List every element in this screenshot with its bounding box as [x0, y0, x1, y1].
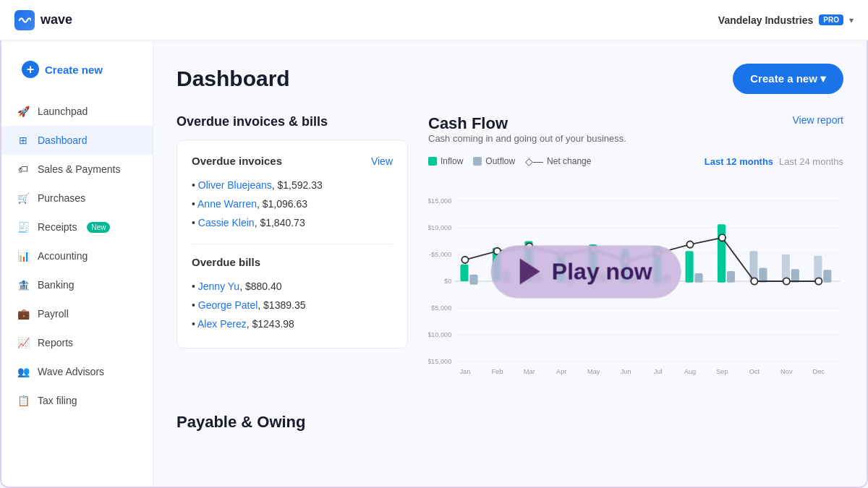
- sales-icon: 🏷: [16, 162, 30, 176]
- view-report-link[interactable]: View report: [792, 114, 843, 126]
- tax-icon: 📋: [16, 393, 30, 408]
- cashflow-title: Cash Flow: [428, 114, 626, 133]
- svg-rect-31: [727, 271, 735, 283]
- invoice-name-1[interactable]: Oliver Bluejeans: [198, 179, 272, 191]
- accounting-icon: 📊: [16, 249, 30, 263]
- sidebar-label-purchases: Purchases: [38, 192, 85, 204]
- sidebar-label-banking: Banking: [38, 279, 75, 291]
- view-invoices-link[interactable]: View: [371, 155, 393, 167]
- svg-text:-$5,000: -$5,000: [429, 251, 451, 258]
- svg-text:May: May: [587, 368, 600, 375]
- sidebar-item-reports[interactable]: 📈 Reports: [1, 328, 153, 357]
- sidebar-item-banking[interactable]: 🏦 Banking: [1, 270, 153, 299]
- legend-inflow: Inflow: [428, 156, 463, 166]
- bill-name-2[interactable]: George Patel: [198, 299, 258, 311]
- svg-rect-15: [469, 275, 477, 285]
- left-column: Overdue invoices & bills Overdue invoice…: [176, 114, 408, 393]
- svg-rect-14: [460, 265, 468, 281]
- cashflow-controls: Inflow Outflow ◇— Net change Last 12 mon…: [428, 155, 843, 167]
- svg-text:Dec: Dec: [813, 368, 825, 375]
- two-col-layout: Overdue invoices & bills Overdue invoice…: [176, 114, 843, 393]
- bill-item-2: • George Patel, $1389.35: [192, 296, 393, 314]
- svg-text:-$15,000: -$15,000: [428, 197, 451, 205]
- sidebar-label-payroll: Payroll: [38, 308, 69, 320]
- cashflow-title-block: Cash Flow Cash coming in and going out o…: [428, 114, 626, 153]
- sidebar-item-accounting[interactable]: 📊 Accounting: [1, 241, 153, 270]
- page-header: Dashboard Create a new ▾: [176, 64, 843, 94]
- cashflow-subtitle: Cash coming in and going out of your bus…: [428, 133, 626, 144]
- wave-logo-icon: [14, 10, 35, 30]
- svg-text:Aug: Aug: [684, 368, 696, 375]
- svg-text:Nov: Nov: [780, 368, 793, 375]
- svg-point-48: [783, 278, 790, 284]
- sidebar-item-wave-advisors[interactable]: 👥 Wave Advisors: [1, 357, 153, 386]
- sidebar-label-dashboard: Dashboard: [38, 134, 88, 146]
- invoices-title: Overdue invoices: [192, 155, 282, 167]
- svg-point-49: [815, 278, 822, 284]
- inflow-dot: [428, 157, 437, 166]
- rocket-icon: 🚀: [16, 104, 30, 119]
- svg-point-46: [719, 234, 726, 241]
- sidebar-item-dashboard[interactable]: ⊞ Dashboard: [1, 126, 153, 155]
- company-badge[interactable]: Vandelay Industries PRO ▾: [718, 14, 854, 26]
- invoice-name-2[interactable]: Anne Warren: [197, 198, 257, 210]
- bills-title: Overdue bills: [192, 256, 260, 268]
- play-now-overlay[interactable]: Play now: [491, 245, 681, 298]
- svg-text:$0: $0: [444, 278, 451, 285]
- dashboard-icon: ⊞: [16, 133, 30, 147]
- logo-text: wave: [41, 12, 72, 27]
- chart-legend: Inflow Outflow ◇— Net change: [428, 155, 591, 167]
- svg-text:-$10,000: -$10,000: [428, 224, 451, 231]
- svg-text:Oct: Oct: [749, 368, 760, 375]
- bill-item-1: • Jenny Yu, $880.40: [192, 277, 393, 296]
- last-12-months-btn[interactable]: Last 12 months: [705, 156, 773, 167]
- overdue-card: Overdue invoices View • Oliver Bluejeans…: [176, 140, 408, 348]
- sidebar-item-tax-filing[interactable]: 📋 Tax filing: [1, 386, 153, 415]
- svg-text:Mar: Mar: [524, 368, 535, 375]
- last-24-months-btn[interactable]: Last 24 months: [779, 156, 843, 167]
- create-new-button[interactable]: + Create new: [10, 53, 114, 85]
- sidebar-label-accounting: Accounting: [38, 250, 88, 262]
- svg-rect-29: [694, 273, 702, 283]
- net-change-icon: ◇—: [525, 155, 543, 167]
- sidebar-item-receipts[interactable]: 🧾 Receipts New: [1, 213, 153, 241]
- create-a-new-button[interactable]: Create a new ▾: [733, 64, 843, 94]
- plus-icon: +: [22, 61, 39, 78]
- sidebar: + Create new 🚀 Launchpad ⊞ Dashboard 🏷 S…: [1, 42, 153, 488]
- svg-text:$10,000: $10,000: [428, 331, 451, 338]
- svg-rect-33: [759, 267, 767, 282]
- main-content: Dashboard Create a new ▾ Overdue invoice…: [153, 42, 867, 488]
- main-layout: + Create new 🚀 Launchpad ⊞ Dashboard 🏷 S…: [1, 42, 867, 488]
- payable-section-title: Payable & Owing: [176, 413, 843, 432]
- bill-name-3[interactable]: Alex Perez: [197, 318, 247, 330]
- svg-text:Jun: Jun: [621, 368, 631, 375]
- purchases-icon: 🛒: [16, 191, 30, 205]
- cashflow-chart-container: -$15,000 -$10,000 -$5,000 $0 $5,000 $10,…: [428, 173, 843, 393]
- chevron-down-icon: ▾: [849, 15, 854, 25]
- sidebar-item-payroll[interactable]: 💼 Payroll: [1, 299, 153, 328]
- svg-point-38: [461, 257, 468, 263]
- sidebar-label-wave-advisors: Wave Advisors: [38, 366, 104, 377]
- legend-net-change: ◇— Net change: [525, 155, 591, 167]
- advisors-icon: 👥: [16, 364, 30, 379]
- play-now-text: Play now: [552, 258, 652, 285]
- sidebar-label-launchpad: Launchpad: [38, 106, 88, 117]
- svg-rect-37: [823, 270, 831, 283]
- sidebar-item-launchpad[interactable]: 🚀 Launchpad: [1, 97, 153, 126]
- bill-name-1[interactable]: Jenny Yu: [198, 281, 239, 292]
- receipts-icon: 🧾: [16, 220, 30, 234]
- svg-text:Sep: Sep: [716, 368, 728, 375]
- new-badge: New: [87, 222, 110, 233]
- logo: wave: [14, 10, 72, 30]
- svg-text:Feb: Feb: [491, 368, 503, 375]
- sidebar-item-sales-payments[interactable]: 🏷 Sales & Payments: [1, 155, 153, 184]
- play-icon: [520, 259, 540, 285]
- sidebar-item-purchases[interactable]: 🛒 Purchases: [1, 184, 153, 213]
- invoice-name-3[interactable]: Cassie Klein: [198, 217, 255, 228]
- company-name: Vandelay Industries: [718, 14, 814, 26]
- cashflow-header: Cash Flow Cash coming in and going out o…: [428, 114, 843, 153]
- invoices-header: Overdue invoices View: [192, 155, 393, 167]
- reports-icon: 📈: [16, 335, 30, 350]
- legend-outflow: Outflow: [473, 156, 515, 166]
- create-new-label: Create new: [45, 64, 103, 76]
